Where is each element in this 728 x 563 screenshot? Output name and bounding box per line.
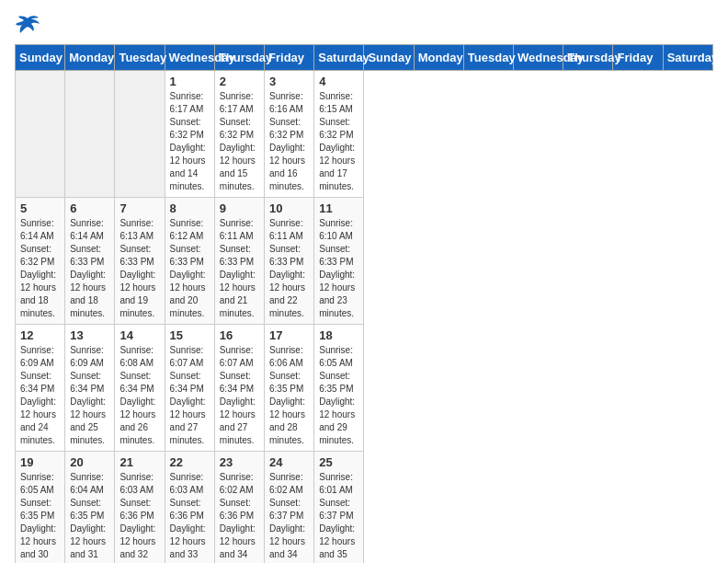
day-info: Sunrise: 6:12 AM Sunset: 6:33 PM Dayligh… [170, 217, 210, 320]
day-number: 9 [220, 201, 259, 215]
calendar-cell: 14Sunrise: 6:08 AM Sunset: 6:34 PM Dayli… [115, 325, 165, 452]
header-day-monday: Monday [65, 45, 115, 71]
calendar-cell: 18Sunrise: 6:05 AM Sunset: 6:35 PM Dayli… [314, 325, 364, 452]
day-info: Sunrise: 6:14 AM Sunset: 6:32 PM Dayligh… [20, 217, 60, 320]
calendar-cell: 25Sunrise: 6:01 AM Sunset: 6:37 PM Dayli… [314, 452, 364, 564]
day-info: Sunrise: 6:09 AM Sunset: 6:34 PM Dayligh… [20, 344, 60, 447]
day-number: 8 [170, 201, 210, 215]
calendar-cell: 19Sunrise: 6:05 AM Sunset: 6:35 PM Dayli… [16, 452, 65, 564]
day-info: Sunrise: 6:03 AM Sunset: 6:36 PM Dayligh… [170, 471, 210, 563]
day-info: Sunrise: 6:06 AM Sunset: 6:35 PM Dayligh… [269, 344, 309, 447]
day-info: Sunrise: 6:02 AM Sunset: 6:36 PM Dayligh… [220, 471, 259, 563]
day-number: 4 [319, 75, 358, 88]
day-number: 15 [170, 328, 210, 342]
header-friday: Friday [613, 45, 663, 71]
day-number: 10 [269, 201, 309, 215]
day-info: Sunrise: 6:13 AM Sunset: 6:33 PM Dayligh… [119, 217, 159, 320]
header-thursday: Thursday [563, 45, 613, 71]
calendar-header-row: SundayMondayTuesdayWednesdayThursdayFrid… [16, 45, 713, 71]
calendar-cell [65, 71, 115, 198]
calendar-cell: 22Sunrise: 6:03 AM Sunset: 6:36 PM Dayli… [165, 452, 214, 564]
day-info: Sunrise: 6:02 AM Sunset: 6:37 PM Dayligh… [269, 471, 309, 563]
calendar-table: SundayMondayTuesdayWednesdayThursdayFrid… [15, 44, 713, 563]
day-number: 22 [170, 455, 210, 469]
header-tuesday: Tuesday [463, 45, 513, 71]
day-number: 5 [20, 201, 60, 215]
calendar-cell: 24Sunrise: 6:02 AM Sunset: 6:37 PM Dayli… [265, 452, 314, 564]
header-day-thursday: Thursday [214, 45, 264, 71]
calendar-cell: 3Sunrise: 6:16 AM Sunset: 6:32 PM Daylig… [265, 71, 314, 198]
calendar-cell: 9Sunrise: 6:11 AM Sunset: 6:33 PM Daylig… [214, 198, 264, 325]
calendar-cell: 11Sunrise: 6:10 AM Sunset: 6:33 PM Dayli… [314, 198, 364, 325]
day-info: Sunrise: 6:05 AM Sunset: 6:35 PM Dayligh… [319, 344, 358, 447]
header-day-friday: Friday [265, 45, 314, 71]
day-number: 16 [220, 328, 259, 342]
day-number: 3 [269, 75, 309, 88]
header-wednesday: Wednesday [514, 45, 563, 71]
calendar-cell: 21Sunrise: 6:03 AM Sunset: 6:36 PM Dayli… [115, 452, 165, 564]
calendar-cell: 15Sunrise: 6:07 AM Sunset: 6:34 PM Dayli… [165, 325, 214, 452]
day-info: Sunrise: 6:11 AM Sunset: 6:33 PM Dayligh… [220, 217, 259, 320]
calendar-cell [115, 71, 165, 198]
calendar-week-1: 1Sunrise: 6:17 AM Sunset: 6:32 PM Daylig… [16, 71, 713, 198]
calendar-cell: 8Sunrise: 6:12 AM Sunset: 6:33 PM Daylig… [165, 198, 214, 325]
day-info: Sunrise: 6:04 AM Sunset: 6:35 PM Dayligh… [70, 471, 109, 563]
day-number: 14 [119, 328, 159, 342]
calendar-cell: 6Sunrise: 6:14 AM Sunset: 6:33 PM Daylig… [65, 198, 115, 325]
calendar-cell: 12Sunrise: 6:09 AM Sunset: 6:34 PM Dayli… [16, 325, 65, 452]
calendar-cell: 7Sunrise: 6:13 AM Sunset: 6:33 PM Daylig… [115, 198, 165, 325]
calendar-cell: 5Sunrise: 6:14 AM Sunset: 6:32 PM Daylig… [16, 198, 65, 325]
day-number: 19 [20, 455, 60, 469]
day-number: 11 [319, 201, 358, 215]
day-number: 21 [119, 455, 159, 469]
header-day-tuesday: Tuesday [115, 45, 165, 71]
calendar-cell: 23Sunrise: 6:02 AM Sunset: 6:36 PM Dayli… [214, 452, 264, 564]
calendar-cell: 13Sunrise: 6:09 AM Sunset: 6:34 PM Dayli… [65, 325, 115, 452]
day-info: Sunrise: 6:10 AM Sunset: 6:33 PM Dayligh… [319, 217, 358, 320]
day-number: 17 [269, 328, 309, 342]
calendar-week-4: 19Sunrise: 6:05 AM Sunset: 6:35 PM Dayli… [16, 452, 713, 564]
header-day-sunday: Sunday [16, 45, 65, 71]
day-info: Sunrise: 6:07 AM Sunset: 6:34 PM Dayligh… [220, 344, 259, 447]
day-number: 25 [319, 455, 358, 469]
day-number: 13 [70, 328, 109, 342]
calendar-cell: 16Sunrise: 6:07 AM Sunset: 6:34 PM Dayli… [214, 325, 264, 452]
calendar-cell: 4Sunrise: 6:15 AM Sunset: 6:32 PM Daylig… [314, 71, 364, 198]
day-info: Sunrise: 6:11 AM Sunset: 6:33 PM Dayligh… [269, 217, 309, 320]
calendar-cell: 2Sunrise: 6:17 AM Sunset: 6:32 PM Daylig… [214, 71, 264, 198]
header-saturday: Saturday [663, 45, 712, 71]
day-number: 12 [20, 328, 60, 342]
day-info: Sunrise: 6:01 AM Sunset: 6:37 PM Dayligh… [319, 471, 358, 563]
calendar-cell [16, 71, 65, 198]
logo-icon [15, 15, 40, 35]
day-info: Sunrise: 6:17 AM Sunset: 6:32 PM Dayligh… [170, 90, 210, 193]
calendar-week-2: 5Sunrise: 6:14 AM Sunset: 6:32 PM Daylig… [16, 198, 713, 325]
day-number: 6 [70, 201, 109, 215]
day-info: Sunrise: 6:05 AM Sunset: 6:35 PM Dayligh… [20, 471, 60, 563]
calendar-cell: 10Sunrise: 6:11 AM Sunset: 6:33 PM Dayli… [265, 198, 314, 325]
header-day-wednesday: Wednesday [165, 45, 214, 71]
day-number: 2 [220, 75, 259, 88]
day-number: 20 [70, 455, 109, 469]
header-day-saturday: Saturday [314, 45, 364, 71]
header-sunday: Sunday [364, 45, 414, 71]
day-number: 7 [119, 201, 159, 215]
day-info: Sunrise: 6:07 AM Sunset: 6:34 PM Dayligh… [170, 344, 210, 447]
day-info: Sunrise: 6:14 AM Sunset: 6:33 PM Dayligh… [70, 217, 109, 320]
day-number: 23 [220, 455, 259, 469]
calendar-cell: 1Sunrise: 6:17 AM Sunset: 6:32 PM Daylig… [165, 71, 214, 198]
header-monday: Monday [414, 45, 463, 71]
day-number: 24 [269, 455, 309, 469]
calendar-cell: 17Sunrise: 6:06 AM Sunset: 6:35 PM Dayli… [265, 325, 314, 452]
day-info: Sunrise: 6:15 AM Sunset: 6:32 PM Dayligh… [319, 90, 358, 193]
calendar-cell: 20Sunrise: 6:04 AM Sunset: 6:35 PM Dayli… [65, 452, 115, 564]
logo [15, 15, 44, 35]
day-number: 18 [319, 328, 358, 342]
day-info: Sunrise: 6:16 AM Sunset: 6:32 PM Dayligh… [269, 90, 309, 193]
day-info: Sunrise: 6:09 AM Sunset: 6:34 PM Dayligh… [70, 344, 109, 447]
day-info: Sunrise: 6:17 AM Sunset: 6:32 PM Dayligh… [220, 90, 259, 193]
day-number: 1 [170, 75, 210, 88]
day-info: Sunrise: 6:08 AM Sunset: 6:34 PM Dayligh… [119, 344, 159, 447]
page-header [15, 15, 713, 35]
day-info: Sunrise: 6:03 AM Sunset: 6:36 PM Dayligh… [119, 471, 159, 563]
